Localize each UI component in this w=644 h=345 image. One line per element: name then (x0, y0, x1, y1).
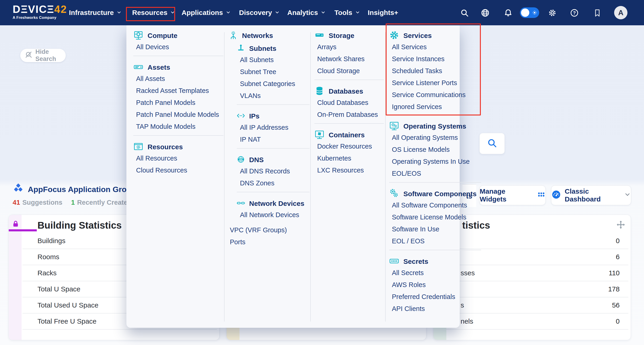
menu-item[interactable]: All Network Devices (237, 209, 310, 221)
menu-item[interactable]: OS License Models (389, 144, 481, 155)
row-value: 56 (612, 301, 620, 309)
menu-item[interactable]: Racked Asset Templates (133, 85, 224, 97)
asset-rack-icon (133, 62, 144, 73)
menu-item[interactable]: Service Instances (389, 53, 481, 65)
toggle-knob (521, 9, 529, 17)
menu-item[interactable]: Kubernetes (314, 152, 384, 164)
menu-column-networks: Networks Subnets All SubnetsSubnet TreeS… (229, 30, 310, 248)
menu-item[interactable]: All DNS Records (237, 165, 310, 177)
menu-column-storage: Storage ArraysNetwork SharesCloud Storag… (314, 30, 384, 176)
menu-item[interactable]: LXC Resources (314, 164, 384, 176)
column-divider (385, 32, 386, 321)
menu-item[interactable]: TAP Module Models (133, 121, 224, 133)
menu-item[interactable]: Service Communications (389, 89, 481, 101)
nav-item-insights-plus[interactable]: Insights+ (368, 0, 398, 25)
menu-item[interactable]: Preferred Credentials (389, 291, 481, 303)
device42-logo[interactable]: DΞVICΞ42 A Freshworks Company (13, 3, 67, 20)
menu-item[interactable]: Service Listener Ports (389, 77, 481, 89)
appfocus-title[interactable]: AppFocus Application Groups (28, 185, 140, 194)
menu-item[interactable]: EOL/EOS (389, 167, 481, 179)
section-divider (314, 80, 384, 80)
row-label-fragment: s (460, 301, 612, 309)
section-assets: Assets (133, 62, 224, 73)
menu-item[interactable]: All Subnets (237, 54, 310, 66)
menu-item[interactable]: Arrays (314, 41, 384, 53)
menu-item[interactable]: VLANs (237, 90, 310, 102)
recently-created-label[interactable]: Recently Created (77, 199, 132, 206)
menu-item[interactable]: Scheduled Tasks (389, 65, 481, 77)
database-cylinder-icon (314, 86, 324, 97)
menu-item[interactable]: AWS Roles (389, 279, 481, 291)
bell-icon[interactable] (504, 9, 512, 17)
menu-item[interactable]: Cloud Resources (133, 164, 224, 176)
section-divider (237, 192, 310, 192)
menu-item[interactable]: IP NAT (237, 133, 310, 145)
drag-handle-icon[interactable] (616, 220, 626, 230)
menu-item[interactable]: All IP Addresses (237, 121, 310, 133)
classic-dashboard-selector[interactable]: Classic Dashboard (551, 185, 631, 205)
menu-item[interactable]: DNS Zones (237, 177, 310, 189)
dashboard-gauge-icon (552, 190, 561, 201)
widgets-grid-icon (537, 190, 546, 200)
menu-item[interactable]: Operating Systems In Use (389, 155, 481, 167)
section-operating-systems: Operating Systems (389, 121, 481, 132)
menu-item[interactable]: Subnet Tree (237, 66, 310, 78)
menu-item[interactable]: API Clients (389, 303, 481, 315)
hide-search-button[interactable]: Hide Search (20, 49, 66, 62)
nav-item-infrastructure[interactable]: Infrastructure (69, 0, 122, 25)
menu-item[interactable]: Cloud Databases (314, 97, 384, 109)
bookmark-icon[interactable] (593, 9, 602, 17)
gear-icon[interactable] (548, 9, 557, 17)
dashboard-search-input[interactable] (480, 133, 505, 154)
menu-item[interactable]: EOL / EOS (389, 235, 481, 247)
menu-item[interactable]: Software In Use (389, 223, 481, 235)
menu-item[interactable]: All Operating Systems (389, 132, 481, 144)
globe-icon[interactable] (481, 9, 490, 17)
section-compute: Compute (133, 30, 224, 41)
menu-item[interactable]: All Assets (133, 73, 224, 85)
nav-item-resources[interactable]: Resources (132, 0, 175, 25)
menu-item[interactable]: Patch Panel Module Models (133, 109, 224, 121)
chevron-down-icon (320, 9, 326, 17)
container-cube-icon (314, 130, 324, 141)
section-divider (237, 148, 310, 149)
menu-item[interactable]: Software License Models (389, 211, 481, 223)
section-resources: Resources (133, 142, 224, 152)
menu-item[interactable]: All Secrets (389, 267, 481, 279)
manage-widgets-button[interactable]: Manage Widgets (480, 185, 546, 205)
menu-item[interactable]: Patch Panel Models (133, 97, 224, 109)
ip-brackets-icon (237, 112, 245, 121)
nav-item-tools[interactable]: Tools (334, 0, 360, 25)
menu-item[interactable]: Ignored Services (389, 101, 481, 113)
nav-item-discovery[interactable]: Discovery (239, 0, 280, 25)
menu-item[interactable]: Network Shares (314, 53, 384, 65)
menu-item[interactable]: All Software Components (389, 199, 481, 211)
help-icon[interactable]: ? (570, 9, 579, 17)
device42-app: Hide Search AppFocus Application Groups … (0, 0, 644, 345)
menu-item[interactable]: All Devices (133, 41, 224, 53)
theme-toggle[interactable] (520, 7, 539, 18)
menu-item[interactable]: Subnet Categories (237, 78, 310, 90)
search-icon[interactable] (460, 9, 469, 17)
section-divider (133, 135, 224, 136)
hide-search-label: Hide Search (36, 48, 61, 63)
menu-item[interactable]: All Resources (133, 152, 224, 164)
chevron-down-icon (624, 191, 631, 200)
menu-item[interactable]: Ports (229, 236, 310, 248)
chevron-down-icon (226, 9, 231, 17)
widget-accent-strip (9, 215, 22, 340)
row-value: 178 (608, 285, 620, 293)
nav-item-analytics[interactable]: Analytics (287, 0, 326, 25)
menu-item[interactable]: Docker Resources (314, 140, 384, 152)
avatar[interactable]: A (614, 6, 628, 19)
suggestions-label[interactable]: Suggestions (22, 199, 62, 206)
network-node-icon (229, 31, 238, 41)
section-secrets: Secrets (389, 256, 481, 267)
section-divider (389, 250, 481, 250)
menu-item[interactable]: On-Prem Databases (314, 109, 384, 121)
menu-item[interactable]: Cloud Storage (314, 65, 384, 77)
nav-item-applications[interactable]: Applications (182, 0, 231, 25)
menu-item[interactable]: VPC (VRF Groups) (229, 224, 310, 236)
lock-icon (12, 220, 20, 229)
menu-item[interactable]: All Services (389, 41, 481, 53)
